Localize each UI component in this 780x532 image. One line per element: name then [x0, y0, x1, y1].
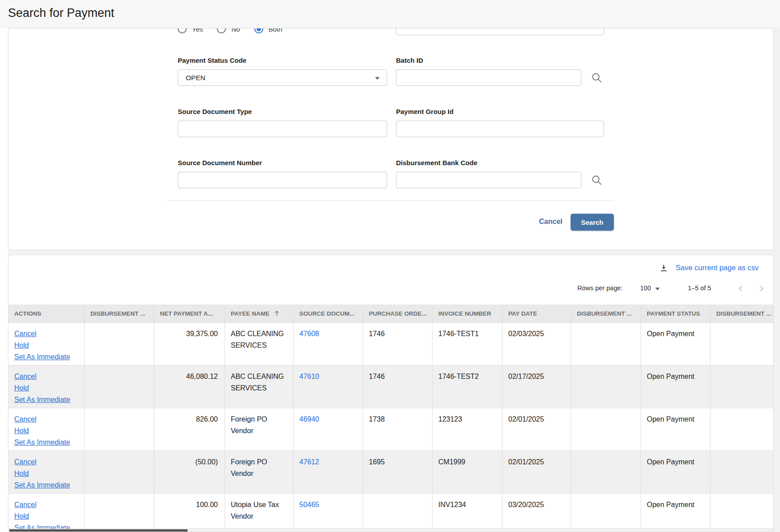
disb1-cell [84, 451, 154, 493]
disb1-cell [84, 408, 154, 451]
form-divider [168, 200, 613, 201]
set-as-immediate-action-link[interactable]: Set As Immediate [14, 437, 70, 448]
column-header-purchase-orde[interactable]: PURCHASE ORDE... [363, 305, 432, 322]
source-document-link[interactable]: 46940 [299, 415, 319, 423]
pay-date-cell: 02/01/2025 [502, 451, 571, 493]
radio-option-no[interactable]: No [217, 28, 240, 33]
actions-cell: CancelHoldSet As Immediate [8, 408, 84, 451]
search-icon[interactable] [591, 72, 603, 84]
column-header-disbursement[interactable]: DISBURSEMENT ... [571, 305, 641, 322]
disb1-cell [84, 494, 154, 532]
disbursement-bank-code-input[interactable] [396, 172, 581, 188]
chevron-right-icon[interactable] [756, 284, 766, 293]
source-doc-cell: 47610 [293, 365, 363, 408]
hold-action-link[interactable]: Hold [14, 425, 29, 437]
disb3-cell [710, 323, 773, 365]
column-header-invoice-number[interactable]: INVOICE NUMBER [432, 305, 502, 322]
set-as-immediate-action-link[interactable]: Set As Immediate [14, 394, 70, 406]
download-icon [659, 264, 668, 272]
hold-action-link[interactable]: Hold [14, 468, 29, 479]
clipped-input-field[interactable] [396, 28, 604, 35]
set-as-immediate-action-link[interactable]: Set As Immediate [14, 351, 70, 363]
payment-status-value: OPEN [186, 74, 205, 82]
hold-action-link[interactable]: Hold [14, 340, 29, 351]
column-header-actions[interactable]: ACTIONS [8, 305, 84, 322]
purchase-order-cell: 1738 [363, 408, 432, 451]
payment-status-cell: Open Payment [641, 408, 710, 451]
radio-option-both[interactable]: Both [254, 28, 282, 33]
dropdown-caret-icon[interactable] [655, 288, 660, 290]
source-doc-cell: 47612 [293, 451, 363, 493]
disb2-cell [571, 365, 641, 408]
save-csv-link[interactable]: Save current page as csv [659, 263, 759, 272]
payment-status-select[interactable]: OPEN [178, 69, 387, 86]
radio-unselected-icon [178, 28, 187, 33]
radio-option-yes[interactable]: Yes [178, 28, 203, 33]
disb3-cell [710, 494, 773, 532]
right-gutter [774, 28, 780, 532]
cancel-action-link[interactable]: Cancel [14, 328, 37, 340]
source-document-link[interactable]: 47612 [299, 458, 319, 466]
payment-group-id-input[interactable] [396, 121, 604, 137]
purchase-order-cell: 1746 [363, 365, 432, 408]
hold-action-link[interactable]: Hold [14, 511, 29, 522]
column-header-net-payment-a[interactable]: NET PAYMENT A... [154, 305, 225, 322]
net-payment-cell: 46,080.12 [154, 365, 225, 408]
payee-cell: Foreign PO Vendor [225, 451, 293, 493]
cancel-action-link[interactable]: Cancel [14, 456, 37, 468]
batch-id-input[interactable] [396, 69, 581, 86]
source-document-number-input[interactable] [178, 172, 387, 188]
payment-status-cell: Open Payment [641, 451, 710, 493]
payment-status-code-label: Payment Status Code [178, 57, 246, 64]
cancel-action-link[interactable]: Cancel [14, 371, 37, 382]
title-band: Search for Payment [0, 0, 780, 28]
pay-date-cell: 02/03/2025 [502, 323, 571, 365]
net-payment-cell: (50.00) [154, 451, 225, 493]
cancel-button[interactable]: Cancel [539, 218, 562, 226]
source-doc-cell: 50465 [293, 494, 363, 532]
set-as-immediate-action-link[interactable]: Set As Immediate [14, 479, 70, 491]
disb2-cell [571, 451, 641, 493]
payment-status-cell: Open Payment [641, 323, 710, 365]
cancel-action-link[interactable]: Cancel [14, 499, 37, 511]
column-header-source-docum[interactable]: SOURCE DOCUM... [293, 305, 363, 322]
search-icon[interactable] [591, 174, 603, 186]
hold-action-link[interactable]: Hold [14, 382, 29, 394]
column-header-payee-name[interactable]: PAYEE NAME [225, 305, 293, 322]
invoice-cell: CM1999 [432, 451, 502, 493]
source-document-type-input[interactable] [178, 121, 387, 137]
invoice-cell: 1746-TEST1 [432, 323, 502, 365]
source-document-link[interactable]: 50465 [299, 501, 319, 508]
column-header-disbursement[interactable]: DISBURSEMENT ... [84, 305, 154, 322]
source-document-link[interactable]: 47610 [299, 373, 319, 380]
column-header-disbursement[interactable]: DISBURSEMENT ... [710, 305, 773, 322]
payments-table: ACTIONSDISBURSEMENT ...NET PAYMENT A...P… [8, 305, 773, 532]
table-row: CancelHoldSet As Immediate100.00Utopia U… [8, 494, 773, 532]
cancel-action-link[interactable]: Cancel [14, 414, 37, 425]
net-payment-cell: 100.00 [154, 494, 225, 532]
rows-per-page-label: Rows per page: [577, 284, 623, 292]
chevron-left-icon[interactable] [736, 284, 746, 293]
disb1-cell [84, 323, 154, 365]
purchase-order-cell [363, 494, 432, 532]
actions-cell: CancelHoldSet As Immediate [8, 451, 84, 493]
rows-per-page-select[interactable]: 100 [640, 284, 651, 292]
column-header-payment-status[interactable]: PAYMENT STATUS [641, 305, 710, 322]
disbursement-bank-code-label: Disbursement Bank Code [396, 159, 478, 167]
search-button[interactable]: Search [571, 214, 614, 231]
actions-cell: CancelHoldSet As Immediate [8, 323, 84, 365]
table-row: CancelHoldSet As Immediate46,080.12ABC C… [8, 365, 773, 408]
payment-status-cell: Open Payment [641, 494, 710, 532]
invoice-cell: 1746-TEST2 [432, 365, 502, 408]
disb3-cell [710, 451, 773, 493]
horizontal-scrollbar [8, 528, 773, 532]
source-doc-cell: 46940 [293, 408, 363, 451]
scrollbar-thumb[interactable] [9, 529, 188, 532]
save-csv-label: Save current page as csv [676, 264, 759, 272]
batch-id-label: Batch ID [396, 57, 423, 64]
disb2-cell [571, 408, 641, 451]
payee-cell: ABC CLEANING SERVICES [225, 323, 293, 365]
table-header-row: ACTIONSDISBURSEMENT ...NET PAYMENT A...P… [8, 305, 773, 323]
source-document-link[interactable]: 47608 [299, 330, 319, 337]
column-header-pay-date[interactable]: PAY DATE [502, 305, 571, 322]
